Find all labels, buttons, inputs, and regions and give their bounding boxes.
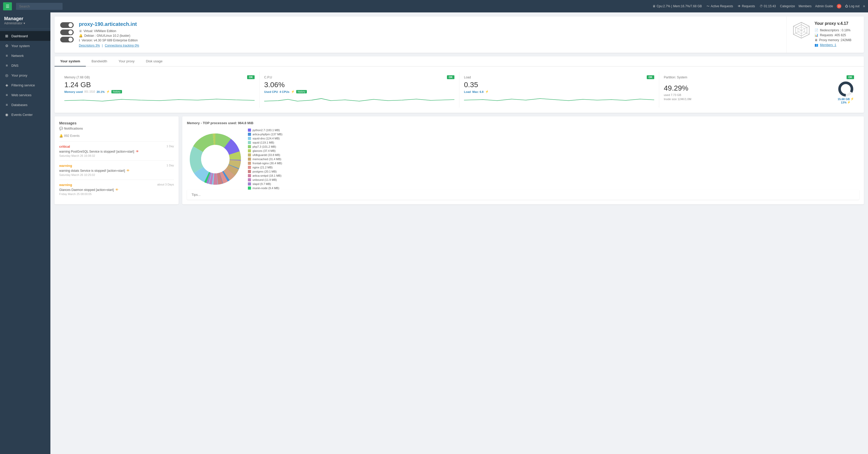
- tab-disk-usage[interactable]: Disk usage: [140, 56, 168, 66]
- msg-type-critical-1: critical: [59, 145, 70, 148]
- msg-time-3: about 3 Days: [157, 183, 174, 186]
- toggle-knob-3: [68, 37, 73, 41]
- admin-guide-link[interactable]: Admin Guide: [815, 4, 833, 8]
- toggle-2[interactable]: [60, 29, 74, 35]
- legend-artica-phpfpm: artica-phpfpm (137 MB): [248, 133, 282, 136]
- proxy-logo: [792, 21, 810, 39]
- legend-ufdb: ufdbguardd (33.8 MB): [248, 153, 282, 157]
- memory-value: 1.24 GB: [64, 81, 255, 89]
- proxy-right-info: Your proxy v.4.17 📄 filedescriptors : 0.…: [814, 21, 851, 48]
- sidebar-label-databases: Databases: [11, 103, 27, 107]
- legend-color-munin: [248, 187, 251, 190]
- sidebar-item-databases[interactable]: ≡ Databases: [0, 100, 51, 110]
- sidebar-label-your-system: Your system: [11, 44, 30, 48]
- web-services-icon: ≡: [5, 93, 9, 97]
- cpu-ok-badge: OK: [447, 75, 455, 79]
- sidebar-brand: Manager Administrator ▾: [0, 12, 51, 29]
- toggle-3[interactable]: [60, 37, 74, 42]
- cpu-value: 3.06%: [264, 81, 455, 89]
- categorize-link[interactable]: Categorize: [780, 4, 795, 8]
- sidebar-item-dns[interactable]: ≡ DNS: [0, 60, 51, 70]
- legend-glances: glances (37.4 MB): [248, 149, 282, 152]
- msg-text-3: Glances Daemon stopped [action=start] 👁: [59, 188, 174, 192]
- message-item-3: warning about 3 Days Glances Daemon stop…: [59, 179, 174, 199]
- legend-color-python: [248, 129, 251, 132]
- cpu-sparkline: [264, 95, 455, 103]
- sidebar-label-filtering-service: Filtering service: [11, 83, 35, 87]
- members-stat-link[interactable]: Members :1: [820, 43, 836, 47]
- logout-link[interactable]: ⏻ Log out: [845, 4, 860, 8]
- dns-icon: ≡: [5, 63, 9, 67]
- stats-row: Memory (7.68 GB) OK 1.24 GB Memory used …: [60, 72, 859, 108]
- msg-header-2: warning 1 Day: [59, 164, 174, 168]
- time-stat: ⏱ 01:15:43: [760, 4, 776, 8]
- eye-icon-2[interactable]: 👁: [126, 169, 130, 173]
- sidebar-item-your-system[interactable]: ⚙ Your system: [0, 41, 51, 51]
- memory-used-link[interactable]: Memory used: [64, 90, 83, 93]
- proxy-header-card: proxy-190.articatech.int 🖥 Virtual: VMWa…: [55, 17, 864, 53]
- msg-date-3: Friday March 25 08:00:05: [59, 193, 174, 196]
- proxy-right: Your proxy v.4.17 📄 filedescriptors : 0.…: [786, 17, 864, 53]
- sidebar-item-web-services[interactable]: ≡ Web services: [0, 90, 51, 100]
- active-requests-stat: 〜 Active Requests: [707, 4, 733, 8]
- eye-icon-1[interactable]: 👁: [136, 149, 139, 153]
- messages-title: Messages: [59, 121, 174, 125]
- more-link[interactable]: ≡: [863, 4, 865, 8]
- sidebar-item-filtering-service[interactable]: ◈ Filtering service: [0, 80, 51, 90]
- members-count-stat: 👥 Members :1: [814, 43, 851, 47]
- memory-history-btn[interactable]: history: [112, 90, 122, 93]
- sidebar-label-web-services: Web services: [11, 93, 32, 97]
- network-icon: ≡: [5, 54, 9, 58]
- sidebar-item-network[interactable]: ≡ Network: [0, 51, 51, 60]
- sidebar-label-events-center: Events Center: [11, 113, 33, 117]
- sidebar-item-your-proxy[interactable]: ◎ Your proxy: [0, 70, 51, 80]
- tab-your-proxy[interactable]: Your proxy: [113, 56, 141, 66]
- menu-button[interactable]: ☰: [3, 2, 12, 10]
- partition-size-pct: 13%: [841, 101, 846, 104]
- members-link[interactable]: Members: [799, 4, 812, 8]
- tab-your-system[interactable]: Your system: [55, 56, 86, 66]
- svg-point-24: [201, 145, 229, 173]
- brand-role: Administrator ▾: [4, 22, 46, 25]
- partition-size: 15.68 GB: [837, 97, 850, 101]
- events-count: 🔔 892 Events: [59, 134, 174, 138]
- topbar-actions: Categorize Members Admin Guide 10 ⏻ Log …: [780, 4, 865, 8]
- descriptors-link[interactable]: Descriptors 3%: [79, 44, 100, 47]
- legend-munin: munin-node (9.4 MB): [248, 187, 282, 190]
- load-title: Load OK: [464, 75, 654, 79]
- search-input[interactable]: [16, 3, 63, 10]
- cpu-used-link[interactable]: Used CPU: [264, 90, 278, 93]
- load-ok-badge: OK: [647, 75, 654, 79]
- memory-legend: python2.7 (183.1 MB) artica-phpfpm (137 …: [248, 129, 282, 190]
- sidebar: Manager Administrator ▾ ⊞ Dashboard ⚙ Yo…: [0, 12, 51, 454]
- connections-link[interactable]: Connections tracking 0%: [105, 44, 139, 47]
- proxy-toggles: [60, 22, 74, 42]
- memory-chart-area: python2.7 (183.1 MB) artica-phpfpm (137 …: [187, 129, 859, 190]
- main-content: proxy-190.articatech.int 🖥 Virtual: VMWa…: [51, 12, 868, 454]
- bottom-row: Messages 💬 Notifications 🔔 892 Events cr…: [55, 116, 864, 204]
- memory-title: Memory (7.68 GB) OK: [64, 75, 255, 79]
- legend-python: python2.7 (183.1 MB): [248, 129, 282, 132]
- sidebar-item-events-center[interactable]: ◉ Events Center: [0, 110, 51, 119]
- legend-frontail: frontail-nginx (30.4 MB): [248, 162, 282, 165]
- debian-icon: 🔔: [79, 34, 83, 37]
- load-sparkline: [464, 95, 654, 103]
- eye-icon-3[interactable]: 👁: [115, 188, 119, 192]
- tabs-header: Your system Bandwidth Your proxy Disk us…: [55, 56, 864, 66]
- load-link[interactable]: Load: [464, 90, 471, 93]
- tabs-card: Your system Bandwidth Your proxy Disk us…: [55, 56, 864, 113]
- requests-count-stat: 📊 Requests :405 825: [814, 33, 851, 37]
- partition-value: 49.29%: [664, 84, 691, 92]
- msg-date-1: Saturday March 26 16:08:32: [59, 154, 174, 157]
- legend-color-glances: [248, 149, 251, 152]
- partition-inode: Inode size 124K/1.0M: [664, 97, 691, 101]
- memory-stat-card: Memory (7.68 GB) OK 1.24 GB Memory used …: [60, 72, 259, 108]
- tab-bandwidth[interactable]: Bandwidth: [86, 56, 113, 66]
- cpu-stat-card: C.P.U OK 3.06% Used CPU 4 CPUs⚡ history: [259, 72, 459, 108]
- databases-icon: ≡: [5, 103, 9, 107]
- sidebar-item-dashboard[interactable]: ⊞ Dashboard: [0, 31, 51, 41]
- legend-squid: squid (119.1 MB): [248, 141, 282, 144]
- notifications-link[interactable]: 10: [837, 4, 841, 8]
- toggle-1[interactable]: [60, 22, 74, 28]
- cpu-history-btn[interactable]: history: [296, 90, 307, 93]
